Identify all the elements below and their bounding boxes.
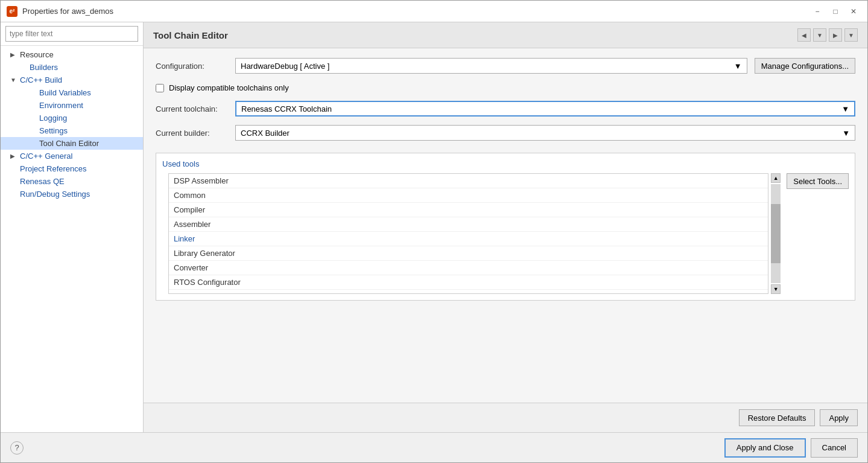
sidebar-item-settings[interactable]: Settings — [1, 124, 143, 137]
sidebar-item-label: Builders — [30, 63, 58, 72]
panel-header: Tool Chain Editor ◀ ▼ ▶ ▼ — [144, 22, 867, 48]
nav-forward-button[interactable]: ▶ — [829, 28, 842, 42]
sidebar-item-label: Build Variables — [39, 88, 91, 97]
builder-value: CCRX Builder — [241, 129, 290, 138]
search-box — [1, 22, 143, 46]
sidebar-item-cpp-general[interactable]: ▶ C/C++ General — [1, 150, 143, 162]
sidebar-item-label: C/C++ Build — [20, 75, 62, 85]
apply-and-close-button[interactable]: Apply and Close — [724, 438, 806, 458]
sidebar-item-tool-chain-editor[interactable]: Tool Chain Editor — [1, 137, 143, 150]
sidebar-item-renesas-qe[interactable]: Renesas QE — [1, 175, 143, 188]
bottom-right: Apply and Close Cancel — [724, 438, 858, 458]
scrollbar-thumb — [771, 204, 781, 263]
arrow-icon: ▼ — [10, 77, 17, 83]
titlebar-controls: − □ ✕ — [809, 5, 861, 18]
right-panel: Tool Chain Editor ◀ ▼ ▶ ▼ Configuration:… — [144, 22, 867, 432]
scroll-down-arrow[interactable]: ▼ — [771, 284, 781, 294]
maximize-button[interactable]: □ — [828, 5, 843, 18]
cancel-button[interactable]: Cancel — [811, 438, 858, 458]
used-tools-section: Used tools DSP Assembler Common Compiler… — [156, 153, 855, 301]
titlebar: e² Properties for aws_demos − □ ✕ — [1, 1, 867, 22]
toolchain-select[interactable]: Renesas CCRX Toolchain ▼ — [235, 101, 855, 117]
sidebar-item-label: Resource — [20, 50, 54, 59]
panel-nav: ◀ ▼ ▶ ▼ — [797, 28, 858, 42]
list-item[interactable]: Library Generator — [169, 246, 768, 261]
builder-row: Current builder: CCRX Builder ▼ — [156, 125, 855, 141]
nav-forward-arrow-button[interactable]: ▼ — [844, 28, 858, 42]
used-tools-label: Used tools — [156, 159, 855, 173]
panel-title: Tool Chain Editor — [153, 30, 228, 40]
chevron-down-icon: ▼ — [842, 129, 850, 138]
sidebar-item-label: Settings — [39, 126, 68, 135]
sidebar-item-label: Run/Debug Settings — [20, 190, 90, 199]
list-item[interactable]: Assembler — [169, 217, 768, 232]
sidebar-tree: ▶ Resource Builders ▼ C/C++ Build Build … — [1, 46, 143, 432]
manage-configurations-button[interactable]: Manage Configurations... — [755, 58, 855, 74]
titlebar-left: e² Properties for aws_demos — [7, 6, 113, 17]
panel-footer: Restore Defaults Apply — [144, 403, 867, 432]
sidebar-item-label: Environment — [39, 101, 83, 110]
help-button[interactable]: ? — [10, 441, 24, 455]
sidebar-item-resource[interactable]: ▶ Resource — [1, 48, 143, 61]
chevron-down-icon: ▼ — [841, 104, 849, 113]
sidebar-item-project-references[interactable]: Project References — [1, 162, 143, 175]
sidebar-item-label: Tool Chain Editor — [39, 139, 99, 148]
toolchain-label: Current toolchain: — [156, 104, 228, 113]
toolchain-value: Renesas CCRX Toolchain — [241, 104, 332, 113]
nav-back-arrow-button[interactable]: ▼ — [813, 28, 826, 42]
builder-select[interactable]: CCRX Builder ▼ — [235, 125, 855, 141]
panel-body: Configuration: HardwareDebug [ Active ] … — [144, 48, 867, 403]
app-icon: e² — [7, 6, 17, 17]
compatible-toolchains-checkbox[interactable] — [156, 84, 164, 92]
builder-label: Current builder: — [156, 129, 228, 138]
tools-list: DSP Assembler Common Compiler Assembler … — [168, 173, 768, 294]
chevron-down-icon: ▼ — [734, 62, 742, 71]
list-item[interactable]: Converter — [169, 261, 768, 275]
window-title: Properties for aws_demos — [22, 7, 113, 16]
search-input[interactable] — [5, 26, 138, 42]
arrow-icon: ▶ — [10, 51, 17, 58]
scroll-up-arrow[interactable]: ▲ — [771, 173, 781, 183]
configuration-label: Configuration: — [156, 62, 228, 71]
nav-back-button[interactable]: ◀ — [797, 28, 811, 42]
sidebar-item-build-variables[interactable]: Build Variables — [1, 86, 143, 99]
sidebar-item-builders[interactable]: Builders — [1, 61, 143, 74]
checkbox-row: Display compatible toolchains only — [156, 83, 855, 92]
list-item[interactable]: Compiler — [169, 203, 768, 217]
sidebar-item-logging[interactable]: Logging — [1, 112, 143, 124]
sidebar-item-label: Project References — [20, 164, 87, 173]
bottom-left: ? — [10, 441, 24, 455]
configuration-row: Configuration: HardwareDebug [ Active ] … — [156, 58, 855, 74]
sidebar-item-label: Logging — [39, 113, 67, 123]
main-content: ▶ Resource Builders ▼ C/C++ Build Build … — [1, 22, 867, 432]
apply-button[interactable]: Apply — [820, 409, 858, 426]
sidebar-item-environment[interactable]: Environment — [1, 99, 143, 112]
restore-defaults-button[interactable]: Restore Defaults — [739, 409, 816, 426]
arrow-icon: ▶ — [10, 153, 17, 159]
main-window: e² Properties for aws_demos − □ ✕ ▶ Reso… — [0, 0, 868, 463]
sidebar-item-cpp-build[interactable]: ▼ C/C++ Build — [1, 74, 143, 86]
sidebar-item-label: Renesas QE — [20, 177, 65, 186]
checkbox-label: Display compatible toolchains only — [169, 83, 289, 92]
list-item[interactable]: RTOS Configurator — [169, 275, 768, 290]
configuration-value: HardwareDebug [ Active ] — [241, 62, 329, 71]
sidebar: ▶ Resource Builders ▼ C/C++ Build Build … — [1, 22, 144, 432]
close-button[interactable]: ✕ — [846, 5, 861, 18]
list-item[interactable]: Common — [169, 188, 768, 203]
list-item[interactable]: DSP Assembler — [169, 174, 768, 188]
used-tools-content: DSP Assembler Common Compiler Assembler … — [156, 173, 855, 300]
toolchain-row: Current toolchain: Renesas CCRX Toolchai… — [156, 101, 855, 117]
select-tools-button[interactable]: Select Tools... — [787, 173, 849, 189]
bottom-bar: ? Apply and Close Cancel — [1, 432, 867, 462]
minimize-button[interactable]: − — [809, 5, 825, 18]
tools-sidebar: Select Tools... — [781, 173, 855, 300]
sidebar-item-run-debug[interactable]: Run/Debug Settings — [1, 188, 143, 200]
list-item[interactable]: Linker — [169, 232, 768, 246]
sidebar-item-label: C/C++ General — [20, 152, 72, 161]
configuration-select[interactable]: HardwareDebug [ Active ] ▼ — [235, 58, 747, 74]
